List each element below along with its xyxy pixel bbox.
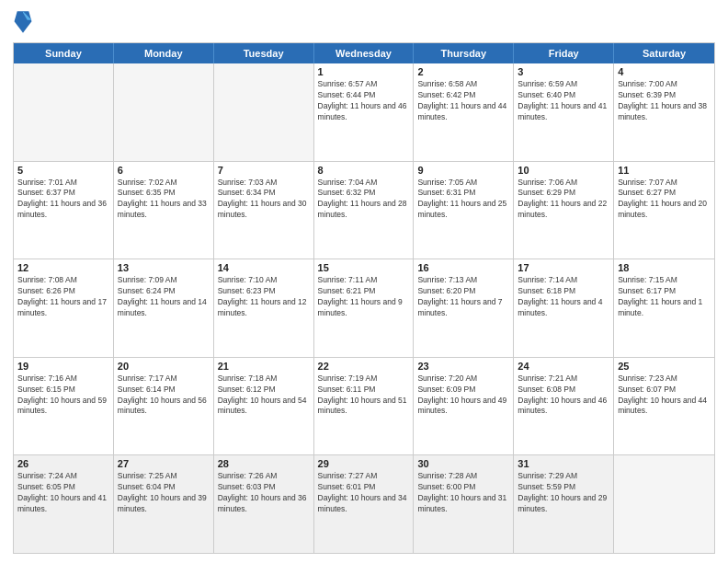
weekday-header: Sunday [14, 43, 114, 63]
weekday-header: Saturday [614, 43, 714, 63]
calendar-cell: 23Sunrise: 7:20 AMSunset: 6:09 PMDayligh… [414, 358, 514, 455]
day-number: 15 [318, 262, 410, 273]
calendar-cell: 3Sunrise: 6:59 AMSunset: 6:40 PMDaylight… [514, 63, 614, 161]
calendar-cell: 10Sunrise: 7:06 AMSunset: 6:29 PMDayligh… [514, 162, 614, 259]
calendar-cell: 4Sunrise: 7:00 AMSunset: 6:39 PMDaylight… [614, 63, 714, 161]
day-number: 17 [518, 262, 609, 273]
calendar-cell: 30Sunrise: 7:28 AMSunset: 6:00 PMDayligh… [414, 455, 514, 553]
day-number: 24 [518, 361, 609, 372]
calendar-cell: 16Sunrise: 7:13 AMSunset: 6:20 PMDayligh… [414, 259, 514, 357]
day-number: 19 [17, 361, 109, 372]
day-number: 7 [218, 165, 310, 176]
cell-info: Sunrise: 7:15 AMSunset: 6:17 PMDaylight:… [618, 275, 711, 319]
weekday-header: Tuesday [214, 43, 314, 63]
calendar-cell: 27Sunrise: 7:25 AMSunset: 6:04 PMDayligh… [114, 455, 214, 553]
weekday-header: Thursday [414, 43, 514, 63]
cell-info: Sunrise: 7:05 AMSunset: 6:31 PMDaylight:… [417, 178, 509, 222]
day-number: 20 [118, 361, 210, 372]
cell-info: Sunrise: 7:01 AMSunset: 6:37 PMDaylight:… [17, 178, 109, 222]
cell-info: Sunrise: 7:26 AMSunset: 6:03 PMDaylight:… [218, 471, 310, 515]
day-number: 23 [417, 361, 509, 372]
weekday-header: Wednesday [314, 43, 415, 63]
cell-info: Sunrise: 7:04 AMSunset: 6:32 PMDaylight:… [318, 178, 410, 222]
calendar-cell: 19Sunrise: 7:16 AMSunset: 6:15 PMDayligh… [14, 358, 114, 455]
calendar-cell: 8Sunrise: 7:04 AMSunset: 6:32 PMDaylight… [314, 162, 415, 259]
day-number: 21 [218, 361, 310, 372]
cell-info: Sunrise: 7:27 AMSunset: 6:01 PMDaylight:… [318, 471, 410, 515]
day-number: 16 [417, 262, 509, 273]
day-number: 27 [118, 458, 210, 469]
day-number: 18 [618, 262, 711, 273]
cell-info: Sunrise: 7:28 AMSunset: 6:00 PMDaylight:… [417, 471, 509, 515]
calendar-cell [114, 63, 214, 161]
calendar: SundayMondayTuesdayWednesdayThursdayFrid… [13, 42, 715, 554]
cell-info: Sunrise: 7:16 AMSunset: 6:15 PMDaylight:… [17, 373, 109, 418]
day-number: 29 [318, 458, 410, 469]
calendar-cell: 9Sunrise: 7:05 AMSunset: 6:31 PMDaylight… [414, 162, 514, 259]
calendar-cell: 28Sunrise: 7:26 AMSunset: 6:03 PMDayligh… [214, 455, 314, 553]
calendar-cell: 6Sunrise: 7:02 AMSunset: 6:35 PMDaylight… [114, 162, 214, 259]
calendar-cell: 14Sunrise: 7:10 AMSunset: 6:23 PMDayligh… [214, 259, 314, 357]
cell-info: Sunrise: 7:00 AMSunset: 6:39 PMDaylight:… [618, 79, 711, 123]
cell-info: Sunrise: 7:13 AMSunset: 6:20 PMDaylight:… [417, 275, 509, 319]
calendar-header: SundayMondayTuesdayWednesdayThursdayFrid… [14, 43, 714, 63]
logo [13, 9, 37, 35]
svg-marker-0 [15, 11, 32, 33]
day-number: 26 [17, 458, 109, 469]
cell-info: Sunrise: 6:58 AMSunset: 6:42 PMDaylight:… [417, 79, 509, 123]
weekday-header: Friday [514, 43, 614, 63]
day-number: 30 [417, 458, 509, 469]
cell-info: Sunrise: 7:06 AMSunset: 6:29 PMDaylight:… [518, 178, 609, 222]
calendar-cell: 11Sunrise: 7:07 AMSunset: 6:27 PMDayligh… [614, 162, 714, 259]
day-number: 8 [318, 165, 410, 176]
cell-info: Sunrise: 7:07 AMSunset: 6:27 PMDaylight:… [618, 178, 711, 222]
day-number: 22 [318, 361, 410, 372]
calendar-cell: 1Sunrise: 6:57 AMSunset: 6:44 PMDaylight… [314, 63, 415, 161]
cell-info: Sunrise: 7:18 AMSunset: 6:12 PMDaylight:… [218, 373, 310, 418]
calendar-cell: 2Sunrise: 6:58 AMSunset: 6:42 PMDaylight… [414, 63, 514, 161]
calendar-row: 5Sunrise: 7:01 AMSunset: 6:37 PMDaylight… [14, 162, 714, 260]
cell-info: Sunrise: 6:57 AMSunset: 6:44 PMDaylight:… [318, 79, 410, 123]
calendar-cell: 18Sunrise: 7:15 AMSunset: 6:17 PMDayligh… [614, 259, 714, 357]
cell-info: Sunrise: 7:25 AMSunset: 6:04 PMDaylight:… [118, 471, 210, 515]
cell-info: Sunrise: 7:24 AMSunset: 6:05 PMDaylight:… [17, 471, 109, 515]
calendar-cell: 31Sunrise: 7:29 AMSunset: 5:59 PMDayligh… [514, 455, 614, 553]
day-number: 12 [17, 262, 109, 273]
cell-info: Sunrise: 7:03 AMSunset: 6:34 PMDaylight:… [218, 178, 310, 222]
calendar-cell: 15Sunrise: 7:11 AMSunset: 6:21 PMDayligh… [314, 259, 415, 357]
calendar-row: 19Sunrise: 7:16 AMSunset: 6:15 PMDayligh… [14, 358, 714, 456]
cell-info: Sunrise: 7:08 AMSunset: 6:26 PMDaylight:… [17, 275, 109, 319]
cell-info: Sunrise: 7:10 AMSunset: 6:23 PMDaylight:… [218, 275, 310, 319]
calendar-cell: 21Sunrise: 7:18 AMSunset: 6:12 PMDayligh… [214, 358, 314, 455]
cell-info: Sunrise: 7:14 AMSunset: 6:18 PMDaylight:… [518, 275, 609, 319]
calendar-row: 1Sunrise: 6:57 AMSunset: 6:44 PMDaylight… [14, 63, 714, 162]
calendar-cell: 7Sunrise: 7:03 AMSunset: 6:34 PMDaylight… [214, 162, 314, 259]
weekday-header: Monday [114, 43, 214, 63]
cell-info: Sunrise: 6:59 AMSunset: 6:40 PMDaylight:… [518, 79, 609, 123]
calendar-cell: 26Sunrise: 7:24 AMSunset: 6:05 PMDayligh… [14, 455, 114, 553]
day-number: 3 [518, 66, 609, 77]
calendar-cell: 20Sunrise: 7:17 AMSunset: 6:14 PMDayligh… [114, 358, 214, 455]
cell-info: Sunrise: 7:02 AMSunset: 6:35 PMDaylight:… [118, 178, 210, 222]
calendar-cell: 29Sunrise: 7:27 AMSunset: 6:01 PMDayligh… [314, 455, 415, 553]
calendar-row: 12Sunrise: 7:08 AMSunset: 6:26 PMDayligh… [14, 259, 714, 358]
logo-icon [13, 9, 33, 35]
cell-info: Sunrise: 7:29 AMSunset: 5:59 PMDaylight:… [518, 471, 609, 515]
cell-info: Sunrise: 7:19 AMSunset: 6:11 PMDaylight:… [318, 373, 410, 418]
day-number: 31 [518, 458, 609, 469]
day-number: 11 [618, 165, 711, 176]
day-number: 2 [417, 66, 509, 77]
day-number: 4 [618, 66, 711, 77]
day-number: 13 [118, 262, 210, 273]
calendar-cell: 5Sunrise: 7:01 AMSunset: 6:37 PMDaylight… [14, 162, 114, 259]
calendar-cell: 12Sunrise: 7:08 AMSunset: 6:26 PMDayligh… [14, 259, 114, 357]
header [13, 9, 715, 35]
calendar-cell: 13Sunrise: 7:09 AMSunset: 6:24 PMDayligh… [114, 259, 214, 357]
cell-info: Sunrise: 7:23 AMSunset: 6:07 PMDaylight:… [618, 373, 711, 418]
cell-info: Sunrise: 7:11 AMSunset: 6:21 PMDaylight:… [318, 275, 410, 319]
calendar-cell: 24Sunrise: 7:21 AMSunset: 6:08 PMDayligh… [514, 358, 614, 455]
day-number: 10 [518, 165, 609, 176]
calendar-cell [214, 63, 314, 161]
day-number: 9 [417, 165, 509, 176]
calendar-body: 1Sunrise: 6:57 AMSunset: 6:44 PMDaylight… [14, 63, 714, 553]
